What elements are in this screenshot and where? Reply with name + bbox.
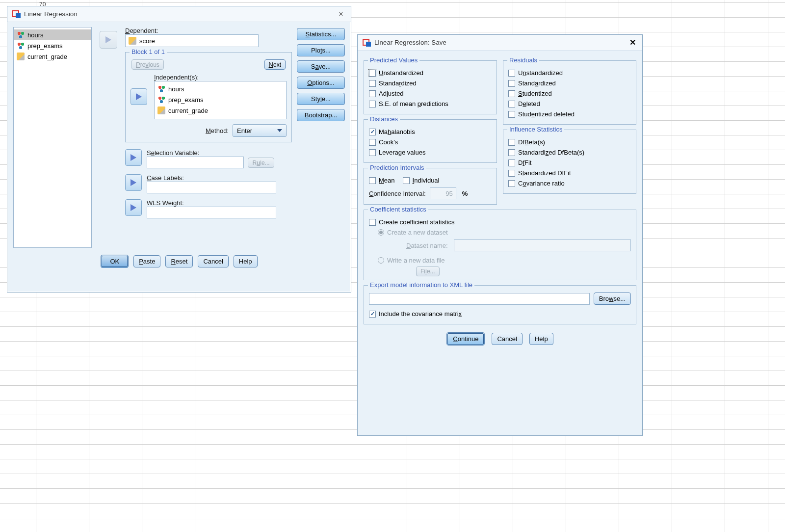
app-icon bbox=[12, 10, 21, 18]
variable-name: prep_exams bbox=[27, 42, 63, 50]
include-cov-matrix-check[interactable]: Include the covariance matrix bbox=[369, 309, 631, 319]
percent-sign: % bbox=[462, 190, 468, 197]
resid-std-check[interactable]: Standardized bbox=[508, 78, 631, 88]
ok-button[interactable]: OK bbox=[101, 255, 129, 268]
nominal-icon bbox=[17, 31, 25, 39]
leverage-check[interactable]: Leverage values bbox=[369, 147, 492, 158]
options-button[interactable]: Options... bbox=[297, 77, 345, 89]
source-variables-list[interactable]: hoursprep_examscurrent_grade bbox=[13, 27, 92, 248]
write-new-file-radio: Write a new data file bbox=[378, 255, 631, 266]
resid-studdel-check[interactable]: Studentized deleted bbox=[508, 109, 631, 119]
cooks-check[interactable]: Cook's bbox=[369, 137, 492, 147]
rule-button[interactable]: Rule... bbox=[248, 158, 274, 168]
predicted-legend: Predicted Values bbox=[368, 56, 419, 64]
plots-button[interactable]: Plots... bbox=[297, 44, 345, 56]
distances-legend: Distances bbox=[368, 115, 400, 123]
resid-stud-check[interactable]: Studentized bbox=[508, 88, 631, 99]
close-icon[interactable]: ✕ bbox=[628, 38, 637, 47]
move-to-selection-var-button[interactable] bbox=[125, 149, 142, 166]
wls-weight-label: WLS Weight: bbox=[147, 199, 292, 207]
dataset-name-field bbox=[454, 239, 631, 251]
file-button: File... bbox=[416, 266, 440, 276]
resid-del-check[interactable]: Deleted bbox=[508, 99, 631, 109]
std-dffit-check[interactable]: Standardized DfFit bbox=[508, 168, 631, 178]
mahalanobis-check[interactable]: Mahalanobis bbox=[369, 127, 492, 137]
residuals-legend: Residuals bbox=[507, 56, 539, 64]
move-to-dependent-button[interactable] bbox=[100, 31, 117, 49]
help-button[interactable]: Help bbox=[234, 255, 258, 267]
dffit-check[interactable]: DfFit bbox=[508, 158, 631, 168]
paste-button[interactable]: Paste bbox=[133, 255, 160, 267]
independents-label: Independent(s): bbox=[154, 74, 287, 81]
selection-var-field[interactable] bbox=[147, 157, 244, 168]
coef-stats-legend: Coefficient statistics bbox=[368, 206, 428, 213]
dialog-title: Linear Regression: Save bbox=[374, 39, 446, 46]
titlebar[interactable]: Linear Regression × bbox=[7, 6, 351, 22]
variable-item[interactable]: hours bbox=[155, 83, 286, 94]
dataset-name-label: Dataset name: bbox=[406, 242, 448, 249]
wls-weight-field[interactable] bbox=[147, 207, 276, 218]
independents-list[interactable]: hoursprep_examscurrent_grade bbox=[154, 81, 287, 119]
continue-button[interactable]: Continue bbox=[446, 332, 485, 346]
standardized-predicted-check[interactable]: Standardized bbox=[369, 78, 492, 88]
variable-name: prep_exams bbox=[168, 96, 204, 104]
chevron-down-icon bbox=[277, 129, 282, 132]
variable-item[interactable]: current_grade bbox=[155, 105, 286, 116]
browse-button[interactable]: Browse... bbox=[594, 293, 631, 305]
se-mean-predictions-check[interactable]: S.E. of mean predictions bbox=[369, 99, 492, 109]
linear-regression-dialog: Linear Regression × hoursprep_examscurre… bbox=[7, 6, 351, 293]
pi-mean-check[interactable]: Mean bbox=[369, 175, 395, 186]
cancel-button[interactable]: Cancel bbox=[492, 333, 522, 345]
style-button[interactable]: Style... bbox=[297, 93, 345, 105]
selection-var-label: Selection Variable: bbox=[147, 149, 292, 157]
resid-unstd-check[interactable]: Unstandardized bbox=[508, 68, 631, 78]
pred-intervals-legend: Prediction Intervals bbox=[368, 164, 426, 171]
statistics-button[interactable]: Statistics... bbox=[297, 28, 345, 40]
variable-name: current_grade bbox=[168, 107, 208, 114]
adjusted-predicted-check[interactable]: Adjusted bbox=[369, 88, 492, 99]
dfbeta-check[interactable]: DfBeta(s) bbox=[508, 137, 631, 147]
variable-item[interactable]: prep_exams bbox=[155, 94, 286, 105]
reset-button[interactable]: Reset bbox=[165, 255, 193, 267]
move-to-independents-button[interactable] bbox=[131, 88, 147, 105]
ci-label: Confidence Interval: bbox=[369, 190, 426, 197]
scale-icon bbox=[157, 106, 165, 114]
move-to-case-labels-button[interactable] bbox=[125, 174, 142, 191]
unstandardized-predicted-check[interactable]: Unstandardized bbox=[369, 68, 492, 78]
ci-value-field bbox=[430, 187, 456, 199]
method-value: Enter bbox=[237, 127, 252, 134]
variable-item[interactable]: prep_exams bbox=[14, 40, 91, 51]
std-dfbeta-check[interactable]: Standardized DfBeta(s) bbox=[508, 147, 631, 158]
dependent-label: Dependent: bbox=[125, 27, 292, 34]
variable-item[interactable]: hours bbox=[14, 29, 91, 40]
influence-legend: Influence Statistics bbox=[507, 126, 564, 133]
next-button[interactable]: Next bbox=[264, 59, 286, 70]
create-coef-stats-check[interactable]: Create coefficient statistics bbox=[369, 217, 631, 227]
create-new-dataset-radio: Create a new dataset bbox=[378, 227, 631, 238]
pi-individual-check[interactable]: Individual bbox=[403, 175, 440, 186]
app-icon bbox=[363, 39, 371, 47]
linear-regression-save-dialog: Linear Regression: Save ✕ Predicted Valu… bbox=[357, 34, 643, 436]
cov-ratio-check[interactable]: Covariance ratio bbox=[508, 178, 631, 188]
variable-item[interactable]: current_grade bbox=[14, 51, 91, 62]
dialog-title: Linear Regression bbox=[24, 10, 78, 18]
save-button[interactable]: Save... bbox=[297, 60, 345, 73]
case-labels-field[interactable] bbox=[147, 182, 276, 193]
dependent-value: score bbox=[139, 37, 155, 45]
dependent-field[interactable]: score bbox=[125, 34, 259, 47]
method-select[interactable]: Enter bbox=[233, 124, 287, 137]
nominal-icon bbox=[157, 96, 165, 104]
help-button[interactable]: Help bbox=[529, 333, 553, 345]
move-to-wls-weight-button[interactable] bbox=[125, 199, 142, 216]
variable-name: hours bbox=[168, 85, 184, 93]
titlebar[interactable]: Linear Regression: Save ✕ bbox=[358, 35, 642, 51]
scale-icon bbox=[129, 37, 136, 45]
close-icon[interactable]: × bbox=[336, 10, 346, 19]
xml-legend: Export model information to XML file bbox=[368, 281, 474, 289]
bootstrap-button[interactable]: Bootstrap... bbox=[297, 109, 345, 121]
variable-name: hours bbox=[27, 31, 44, 39]
cancel-button[interactable]: Cancel bbox=[198, 255, 228, 267]
previous-button[interactable]: Previous bbox=[131, 59, 164, 70]
nominal-icon bbox=[157, 85, 165, 93]
xml-path-field[interactable] bbox=[369, 293, 590, 305]
